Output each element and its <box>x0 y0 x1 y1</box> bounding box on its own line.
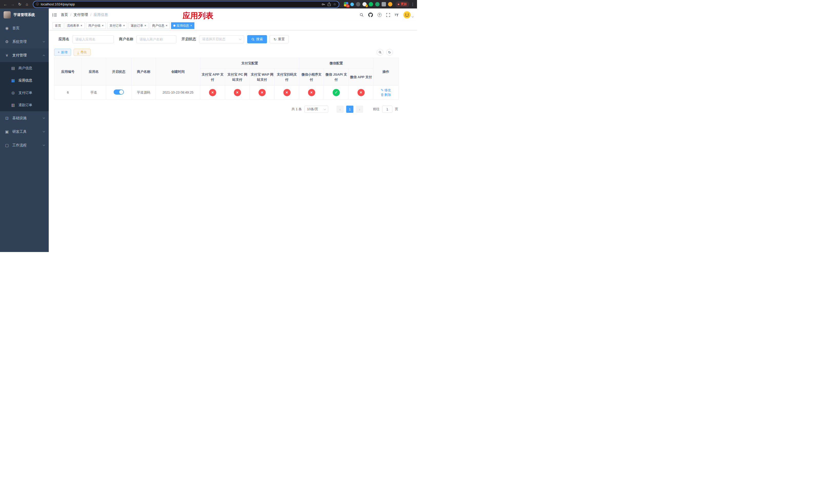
sidebar-item-refund-order[interactable]: ▥ 退款订单 <box>0 99 49 111</box>
edit-button[interactable]: ✎修改 <box>381 88 391 93</box>
collapse-sidebar-icon[interactable] <box>49 13 61 17</box>
extension-icon[interactable] <box>388 2 392 6</box>
github-icon[interactable] <box>368 13 373 17</box>
sidebar-item-merchant-info[interactable]: ▤ 商户信息 <box>0 62 49 74</box>
bookmark-star-icon[interactable]: ☆ <box>333 2 336 6</box>
add-button[interactable]: + 新增 <box>54 49 71 56</box>
reset-button[interactable]: ↻ 重置 <box>269 35 289 43</box>
refresh-icon: ↻ <box>388 50 391 54</box>
tab-merchant-info[interactable]: 商户信息× <box>150 22 170 29</box>
tags-view-bar: 首页× 流程表单× 用户分组× 支付订单× 退款订单× 商户信息× 应用信息× <box>49 21 417 30</box>
merchant-name-input[interactable] <box>136 36 176 43</box>
edit-icon: ✎ <box>381 88 384 92</box>
payment-submenu: ▤ 商户信息 ▦ 应用信息 ◎ 支付订单 ▥ 退款订单 <box>0 62 49 111</box>
extension-icon[interactable] <box>356 2 360 6</box>
extension-icon[interactable] <box>375 2 379 6</box>
download-icon: ↓ <box>77 50 79 54</box>
toggle-search-button[interactable] <box>377 49 383 55</box>
user-avatar[interactable] <box>403 11 413 19</box>
col-header-actions: 操作 <box>373 58 398 86</box>
close-icon[interactable]: × <box>166 24 168 27</box>
close-icon[interactable]: × <box>190 24 192 27</box>
extension-icon[interactable]: 10 <box>344 2 348 6</box>
prev-page-button[interactable]: ‹ <box>336 106 344 113</box>
breadcrumb-home[interactable]: 首页 <box>61 13 68 17</box>
back-icon[interactable]: ← <box>3 0 8 8</box>
delete-button[interactable]: 删除 <box>381 93 391 97</box>
refund-icon: ▥ <box>11 103 15 108</box>
home-icon[interactable]: ⌂ <box>24 0 30 8</box>
puzzle-extension-icon[interactable] <box>381 2 386 6</box>
browser-menu-icon[interactable]: ⋮ <box>411 0 414 8</box>
order-icon: ◎ <box>11 91 15 95</box>
tab-pay-order[interactable]: 支付订单× <box>107 22 127 29</box>
grid-icon: ▦ <box>11 78 15 83</box>
sidebar: 芋道管理系统 ◉ 首页 ⚙ 系统管理 ¥ 支付管理 ▤ 商户信息 ▦ 应用信息 <box>0 8 49 252</box>
reload-icon[interactable]: ↻ <box>17 0 23 8</box>
fullscreen-icon[interactable] <box>386 13 390 17</box>
tools-icon: ▣ <box>5 130 9 134</box>
extension-icon[interactable] <box>350 3 354 6</box>
close-icon[interactable]: × <box>145 24 146 27</box>
refresh-table-button[interactable]: ↻ <box>386 49 393 55</box>
address-bar[interactable]: ⓘ localhost:1024/pay/app ☆ <box>33 1 339 7</box>
forward-icon[interactable]: → <box>10 0 15 8</box>
chevron-down-icon <box>324 108 326 110</box>
close-icon[interactable]: × <box>123 24 125 27</box>
status-toggle[interactable] <box>114 90 124 95</box>
extension-badge: 1 <box>366 5 368 7</box>
col-header-app-name: 应用名 <box>82 58 106 86</box>
extension-icon[interactable]: 1 <box>363 2 367 6</box>
extension-badge: 10 <box>346 5 350 7</box>
browser-update-button[interactable]: 更新 <box>395 1 409 7</box>
sidebar-item-system[interactable]: ⚙ 系统管理 <box>0 35 49 48</box>
tab-home[interactable]: 首页× <box>52 22 63 29</box>
sidebar-item-home[interactable]: ◉ 首页 <box>0 21 49 35</box>
status-select[interactable]: 请选择开启状态 <box>199 36 244 43</box>
tab-user-group[interactable]: 用户分组× <box>86 22 106 29</box>
cell-created: 2021-10-23 08:49:25 <box>156 86 200 99</box>
key-icon[interactable] <box>322 3 325 6</box>
close-icon[interactable]: × <box>81 24 82 27</box>
tab-app-info[interactable]: 应用信息× <box>171 22 194 29</box>
sidebar-item-workflow[interactable]: ▢ 工作流程 <box>0 138 49 152</box>
tab-process-form[interactable]: 流程表单× <box>65 22 85 29</box>
update-dot-icon <box>398 4 399 5</box>
breadcrumb-payment[interactable]: 支付管理 <box>73 13 88 17</box>
sidebar-item-pay-order[interactable]: ◎ 支付订单 <box>0 87 49 99</box>
help-icon[interactable]: ? <box>377 13 381 17</box>
app-logo-row[interactable]: 芋道管理系统 <box>0 8 49 21</box>
site-info-icon[interactable]: ⓘ <box>36 2 39 6</box>
sidebar-item-infra[interactable]: ⊡ 基础设施 <box>0 111 49 125</box>
fontsize-icon[interactable]: TT <box>395 13 398 17</box>
wechat-extension-icon[interactable] <box>369 2 373 6</box>
plus-icon: + <box>58 50 60 54</box>
close-icon[interactable]: × <box>102 24 104 27</box>
app-name-input[interactable] <box>72 36 114 43</box>
infra-icon: ⊡ <box>5 116 9 120</box>
sidebar-item-app-info[interactable]: ▦ 应用信息 <box>0 74 49 87</box>
goto-page-input[interactable] <box>382 106 392 113</box>
search-icon[interactable] <box>359 13 364 17</box>
search-button[interactable]: 搜索 <box>247 35 267 43</box>
col-header-status: 开启状态 <box>106 58 132 86</box>
chevron-down-icon <box>43 40 45 42</box>
app-name-label: 应用名 <box>59 37 69 42</box>
tab-refund-order[interactable]: 退款订单× <box>129 22 149 29</box>
alipay-qr-status-icon: × <box>283 89 290 96</box>
group-header-alipay: 支付宝配置 <box>200 58 299 69</box>
next-page-button[interactable]: › <box>356 106 363 113</box>
app-logo <box>4 11 11 19</box>
cell-app-name: 芋道 <box>82 86 106 99</box>
col-header-wx-jsapi: 微信 JSAPI 支付 <box>324 69 349 86</box>
page-size-select[interactable]: 10条/页 <box>304 106 328 113</box>
chevron-down-icon <box>43 117 45 119</box>
sidebar-item-dev-tools[interactable]: ▣ 研发工具 <box>0 125 49 138</box>
share-icon[interactable] <box>328 2 331 6</box>
browser-chrome: ← → ↻ ⌂ ⓘ localhost:1024/pay/app ☆ 10 1 … <box>0 0 417 8</box>
page-number-button[interactable]: 1 <box>346 106 353 113</box>
col-header-created: 创建时间 <box>156 58 200 86</box>
sidebar-item-payment[interactable]: ¥ 支付管理 <box>0 48 49 62</box>
export-button[interactable]: ↓ 导出 <box>73 49 90 56</box>
url-text[interactable]: localhost:1024/pay/app <box>41 3 320 6</box>
